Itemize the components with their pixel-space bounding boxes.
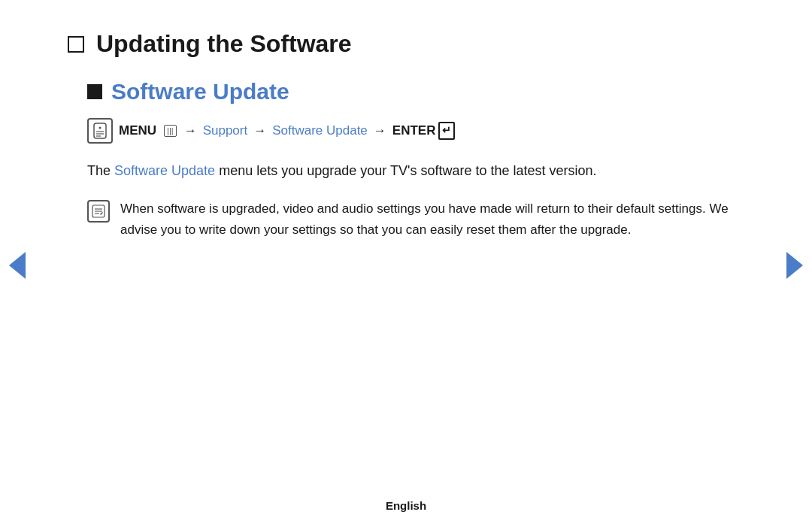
arrow-3: → <box>374 123 386 138</box>
menu-keyword: MENU <box>119 123 156 138</box>
software-update-link: Software Update <box>272 123 368 138</box>
section-title: Software Update <box>111 79 289 104</box>
note-text: When software is upgraded, video and aud… <box>120 198 749 241</box>
remote-menu-icon <box>87 118 113 144</box>
description-text: The Software Update menu lets you upgrad… <box>87 160 749 182</box>
filled-square-icon <box>87 84 102 99</box>
enter-label: ENTER↵ <box>392 122 456 140</box>
footer-language: English <box>386 499 426 512</box>
menu-bars-icon: ||| <box>164 125 177 137</box>
support-link: Support <box>203 123 248 138</box>
description-prefix: The <box>87 163 111 178</box>
menu-path: MENU ||| → Support → Software Update → E… <box>87 118 752 144</box>
enter-icon: ↵ <box>438 122 455 140</box>
enter-text: ENTER <box>392 123 436 138</box>
checkbox-icon <box>68 36 84 53</box>
svg-point-1 <box>99 127 102 129</box>
note-icon <box>87 200 110 223</box>
next-page-arrow[interactable] <box>786 252 803 279</box>
arrow-1: → <box>184 123 197 138</box>
section: Software Update MENU ||| → Support → Sof… <box>87 79 752 241</box>
main-heading: Updating the Software <box>68 30 752 58</box>
arrow-2: → <box>253 123 266 138</box>
previous-page-arrow[interactable] <box>9 252 26 279</box>
page-container: Updating the Software Software Update ME… <box>0 0 812 530</box>
section-heading: Software Update <box>87 79 752 104</box>
description-suffix: menu lets you upgrade your TV's software… <box>219 163 596 178</box>
description-highlight: Software Update <box>114 163 215 178</box>
page-title: Updating the Software <box>96 30 352 58</box>
note-block: When software is upgraded, video and aud… <box>87 198 749 241</box>
